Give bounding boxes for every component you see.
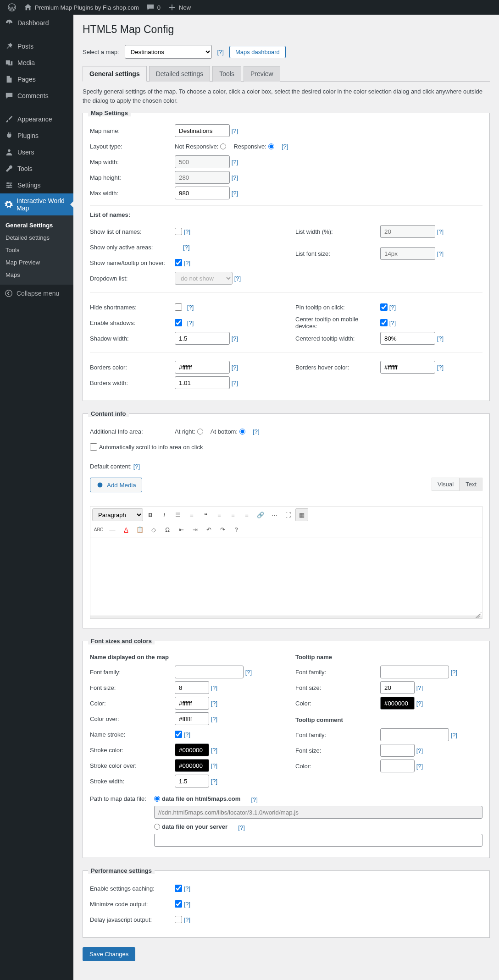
help-icon[interactable]: [?]	[416, 747, 423, 754]
help-icon[interactable]: [?]	[211, 747, 217, 754]
submenu-tools[interactable]: Tools	[0, 244, 73, 256]
collapse-menu[interactable]: Collapse menu	[0, 285, 73, 302]
help-icon[interactable]: [?]	[211, 716, 217, 722]
wp-logo[interactable]	[4, 0, 20, 15]
caching-checkbox[interactable]	[175, 885, 182, 892]
help-editor-icon[interactable]: ?	[230, 523, 243, 536]
help-icon[interactable]: [?]	[211, 684, 217, 691]
help-icon[interactable]: [?]	[187, 319, 194, 326]
delay-checkbox[interactable]	[175, 916, 182, 923]
enable-shadows-checkbox[interactable]	[175, 319, 182, 326]
centered-width-input[interactable]	[380, 332, 435, 345]
help-icon[interactable]: [?]	[416, 700, 423, 707]
help-icon[interactable]: [?]	[234, 275, 241, 282]
redo-icon[interactable]: ↷	[216, 523, 229, 536]
tab-preview[interactable]: Preview	[244, 66, 280, 82]
select-map-dropdown[interactable]: Destinations	[125, 45, 212, 59]
bold-icon[interactable]: B	[144, 508, 157, 521]
stroke-color-over-input[interactable]	[175, 759, 209, 772]
paste-icon[interactable]: 📋	[133, 523, 146, 536]
undo-icon[interactable]: ↶	[202, 523, 215, 536]
clear-format-icon[interactable]: ◇	[147, 523, 160, 536]
menu-plugins[interactable]: Plugins	[0, 127, 73, 144]
tab-tools[interactable]: Tools	[212, 66, 241, 82]
help-icon[interactable]: [?]	[232, 190, 238, 197]
help-icon[interactable]: [?]	[184, 731, 190, 738]
help-icon[interactable]: [?]	[251, 796, 257, 803]
show-hover-checkbox[interactable]	[175, 259, 182, 266]
italic-icon[interactable]: I	[158, 508, 171, 521]
quote-icon[interactable]: ❝	[199, 508, 212, 521]
datafile-local-url[interactable]	[154, 834, 482, 847]
help-icon[interactable]: [?]	[211, 762, 217, 769]
editor-resize-handle[interactable]	[90, 616, 482, 619]
help-icon[interactable]: [?]	[232, 335, 238, 342]
help-icon[interactable]: [?]	[389, 319, 396, 326]
bullet-list-icon[interactable]: ☰	[172, 508, 184, 521]
help-icon[interactable]: [?]	[232, 159, 238, 165]
menu-users[interactable]: Users	[0, 144, 73, 160]
layout-not-responsive-radio[interactable]	[220, 143, 226, 149]
menu-posts[interactable]: Posts	[0, 38, 73, 55]
datafile-remote-radio[interactable]	[154, 796, 160, 802]
help-icon[interactable]: [?]	[437, 228, 444, 235]
comment-color-input[interactable]	[380, 760, 415, 772]
indent-icon[interactable]: ⇥	[189, 523, 201, 536]
tooltip-font-size-input[interactable]	[380, 681, 415, 694]
editor-body[interactable]	[90, 538, 482, 616]
tab-general[interactable]: General settings	[83, 66, 147, 82]
help-icon[interactable]: [?]	[416, 684, 423, 691]
submenu-map-preview[interactable]: Map Preview	[0, 256, 73, 269]
map-name-input[interactable]	[175, 124, 230, 137]
help-icon[interactable]: [?]	[184, 916, 190, 923]
help-icon[interactable]: [?]	[451, 732, 457, 738]
format-select[interactable]: Paragraph	[92, 508, 143, 521]
help-icon[interactable]: [?]	[416, 763, 423, 770]
editor-tab-text[interactable]: Text	[460, 478, 482, 491]
stroke-color-input[interactable]	[175, 743, 209, 756]
align-center-icon[interactable]: ≡	[227, 508, 239, 521]
toolbar-toggle-icon[interactable]: ▦	[295, 508, 308, 521]
pin-tooltip-checkbox[interactable]	[380, 303, 388, 311]
textcolor-icon[interactable]: A	[120, 523, 133, 536]
borders-color-input[interactable]	[175, 361, 230, 374]
fullscreen-icon[interactable]: ⛶	[282, 508, 294, 521]
help-icon[interactable]: [?]	[238, 824, 244, 831]
menu-comments[interactable]: Comments	[0, 88, 73, 104]
comments-link[interactable]: 0	[143, 0, 164, 15]
strike-icon[interactable]: ABC	[92, 523, 105, 536]
comment-font-size-input[interactable]	[380, 744, 415, 757]
stroke-width-input[interactable]	[175, 775, 209, 787]
help-icon[interactable]: [?]	[232, 364, 238, 371]
tab-detailed[interactable]: Detailed settings	[149, 66, 211, 82]
help-icon[interactable]: [?]	[184, 885, 190, 892]
add-media-button[interactable]: Add Media	[90, 478, 142, 492]
special-char-icon[interactable]: Ω	[161, 523, 174, 536]
help-icon[interactable]: [?]	[183, 244, 189, 251]
datafile-local-radio[interactable]	[154, 824, 160, 830]
help-icon[interactable]: [?]	[232, 380, 238, 386]
menu-media[interactable]: Media	[0, 55, 73, 71]
align-left-icon[interactable]: ≡	[213, 508, 226, 521]
center-tooltip-checkbox[interactable]	[380, 319, 388, 326]
name-color-over-input[interactable]	[175, 712, 209, 725]
maps-dashboard-button[interactable]: Maps dashboard	[229, 46, 286, 58]
menu-interactive-world-map[interactable]: Interactive World Map	[0, 193, 73, 215]
menu-appearance[interactable]: Appearance	[0, 111, 73, 127]
comment-font-family-input[interactable]	[380, 728, 449, 741]
editor-tab-visual[interactable]: Visual	[432, 478, 460, 491]
name-stroke-checkbox[interactable]	[175, 731, 182, 738]
hide-shortnames-checkbox[interactable]	[175, 303, 182, 311]
site-link[interactable]: Premium Map Plugins by Fla-shop.com	[20, 0, 143, 15]
help-icon[interactable]: [?]	[437, 250, 444, 257]
submenu-maps[interactable]: Maps	[0, 269, 73, 281]
name-color-input[interactable]	[175, 697, 209, 710]
menu-pages[interactable]: Pages	[0, 71, 73, 88]
auto-scroll-checkbox[interactable]	[90, 443, 97, 451]
name-font-size-input[interactable]	[175, 681, 209, 694]
tooltip-font-family-input[interactable]	[380, 666, 449, 678]
help-icon[interactable]: [?]	[437, 364, 444, 371]
help-icon[interactable]: [?]	[184, 259, 190, 266]
help-icon[interactable]: [?]	[232, 174, 238, 181]
hr-icon[interactable]: —	[106, 523, 119, 536]
